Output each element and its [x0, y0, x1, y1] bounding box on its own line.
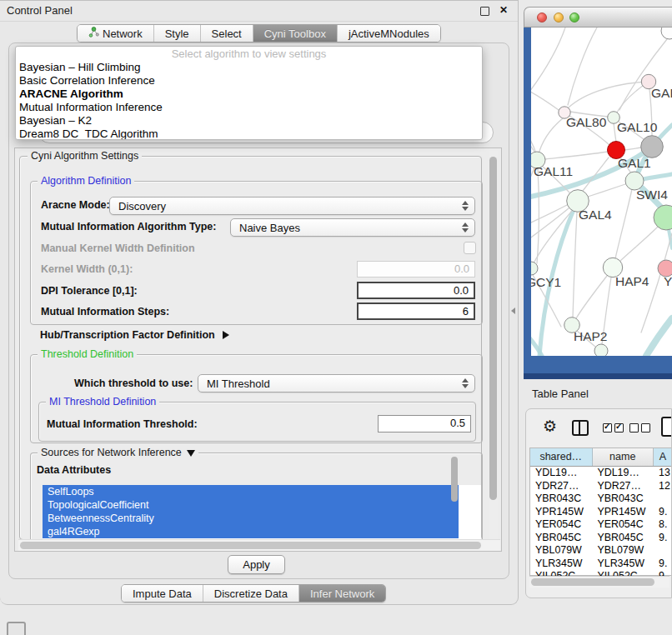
network-edge[interactable] [531, 28, 565, 102]
algorithm-option[interactable]: ARACNE Algorithm [16, 88, 482, 101]
table-row[interactable]: YBR043CYBR043C [530, 492, 672, 506]
corner-partial-icon[interactable] [7, 622, 26, 635]
table-row[interactable]: YLR345WYLR345W9. [530, 558, 672, 571]
table-cell: YBR043C [593, 492, 654, 506]
network-edge[interactable] [531, 88, 559, 110]
cyni-algorithm-settings-group: Cyni Algorithm Settings Algorithm Defini… [19, 156, 482, 540]
tab-impute-data[interactable]: Impute Data [122, 585, 203, 602]
node-label: GAL10 [617, 120, 658, 134]
table-row[interactable]: YER054CYER054C8. [530, 518, 672, 532]
minimize-window-icon[interactable] [554, 12, 564, 22]
sources-group: Sources for Network Inference Data Attri… [30, 452, 483, 539]
deselect-all-checkboxes-icon[interactable] [629, 423, 650, 432]
table-row[interactable]: YDR27…YDR27…12 [530, 480, 672, 493]
tab-jactivemnodules[interactable]: jActiveMNodules [337, 25, 440, 42]
settings-hscroll-thumb[interactable] [20, 542, 481, 549]
tab-select[interactable]: Select [200, 25, 253, 42]
network-edge[interactable] [573, 212, 577, 318]
tab-network[interactable]: Network [78, 25, 153, 42]
hub-definition-expander[interactable]: Hub/Transcription Factor Definition [40, 329, 229, 341]
dropdown-prompt: Select algorithm to view settings [16, 47, 482, 61]
algorithm-option[interactable]: Mutual Information Inference [16, 101, 482, 114]
table-row[interactable]: YPR145WYPR145W9. [530, 506, 672, 519]
attribute-list-item[interactable]: gal4RGexp [43, 525, 459, 538]
tab-infer-network[interactable]: Infer Network [298, 585, 385, 602]
tab-label: Network [103, 28, 143, 40]
settings-horizontal-scrollbar[interactable] [18, 539, 500, 551]
tab-discretize-data[interactable]: Discretize Data [203, 585, 298, 602]
algorithm-option[interactable]: Bayesian – K2 [16, 114, 482, 128]
apply-button[interactable]: Apply [228, 555, 285, 574]
manual-kernel-checkbox[interactable] [464, 242, 476, 254]
import-table-icon[interactable] [661, 417, 672, 437]
attribute-list-item[interactable]: TopologicalCoefficient [43, 498, 459, 512]
network-edge[interactable] [576, 276, 607, 318]
network-edge[interactable] [624, 148, 641, 150]
settings-group-title: Cyni Algorithm Settings [28, 150, 142, 162]
node-label: SWI4 [636, 188, 668, 202]
network-canvas[interactable]: GALGAL80GAL10GAL1GAL11SWI4GAL4GCY1HAP4YH… [531, 28, 672, 356]
table-panel-strip: Table Panel [524, 382, 672, 407]
aracne-mode-combo[interactable]: Discovery [109, 197, 475, 215]
network-edge[interactable] [615, 189, 632, 258]
table-cell: 8. [654, 518, 672, 532]
table-cell: 12 [654, 480, 672, 493]
column-header-shared-name[interactable]: shared… [530, 448, 593, 466]
table-cell: YBL079W [593, 544, 654, 558]
tab-label: Infer Network [310, 588, 374, 600]
network-node[interactable] [641, 136, 664, 158]
close-panel-icon[interactable] [499, 4, 508, 16]
network-node[interactable] [654, 205, 672, 230]
network-edge[interactable] [614, 123, 616, 142]
float-window-icon[interactable] [480, 7, 489, 16]
column-header-partial[interactable]: A [654, 448, 672, 466]
attribute-list-item[interactable]: SelfLoops [43, 485, 459, 498]
table-hscroll-thumb[interactable] [531, 578, 654, 586]
network-edge[interactable] [545, 152, 608, 159]
network-edge[interactable] [537, 168, 539, 263]
mi-algorithm-type-combo[interactable]: Naive Bayes [230, 218, 475, 237]
network-edge[interactable] [588, 184, 625, 197]
network-edge[interactable] [646, 318, 672, 356]
algorithm-option[interactable]: Basic Correlation Inference [16, 74, 482, 88]
kernel-width-field[interactable]: 0.0 [357, 261, 475, 278]
mi-threshold-field[interactable]: 0.5 [378, 415, 471, 432]
network-window-titlebar[interactable] [524, 7, 672, 28]
network-edge[interactable] [538, 118, 563, 157]
sources-group-title[interactable]: Sources for Network Inference [38, 447, 198, 458]
mi-steps-field[interactable]: 6 [357, 302, 475, 320]
column-header-name[interactable]: name [593, 448, 654, 466]
network-edge[interactable] [531, 127, 536, 153]
dpi-tolerance-field[interactable]: 0.0 [357, 282, 475, 299]
tab-style[interactable]: Style [153, 25, 200, 42]
network-edge[interactable] [565, 82, 649, 111]
network-node[interactable] [661, 28, 672, 39]
settings-vscroll-thumb[interactable] [489, 157, 497, 500]
table-horizontal-scrollbar[interactable] [529, 576, 669, 588]
node-label: GAL80 [566, 115, 607, 129]
control-panel-title: Control Panel [7, 4, 73, 17]
algorithm-option[interactable]: Bayesian – Hill Climbing [16, 61, 482, 74]
zoom-window-icon[interactable] [569, 12, 579, 22]
attribute-list-item[interactable]: BetweennessCentrality [43, 512, 459, 525]
attributes-scrollbar-thumb[interactable] [451, 457, 458, 502]
splitter-collapse-arrow-icon[interactable] [511, 308, 515, 314]
combo-arrows-icon [462, 378, 469, 388]
close-window-icon[interactable] [537, 12, 547, 22]
algorithm-option[interactable]: Dream8 DC_TDC Algorithm [16, 128, 482, 140]
aracne-mode-label: Aracne Mode: [41, 199, 110, 211]
gear-icon[interactable] [543, 418, 557, 434]
table-row[interactable]: YDL19…YDL19…13 [530, 467, 672, 480]
network-node[interactable] [594, 344, 608, 356]
table-row[interactable]: YBL079WYBL079W [530, 544, 672, 558]
settings-scroll-pane: Cyni Algorithm Settings Algorithm Defini… [14, 148, 502, 552]
select-all-checkboxes-icon[interactable] [603, 423, 624, 432]
tab-cyni-toolbox[interactable]: Cyni Toolbox [253, 25, 337, 42]
settings-vertical-scrollbar[interactable] [489, 151, 498, 539]
network-edge[interactable] [620, 227, 658, 261]
which-threshold-combo[interactable]: MI Threshold [198, 374, 475, 392]
kernel-width-label: Kernel Width (0,1): [41, 263, 133, 275]
collapse-arrow-icon [187, 450, 195, 457]
table-row[interactable]: YBR045CYBR045C9. [530, 532, 672, 545]
columns-icon[interactable] [572, 420, 589, 436]
